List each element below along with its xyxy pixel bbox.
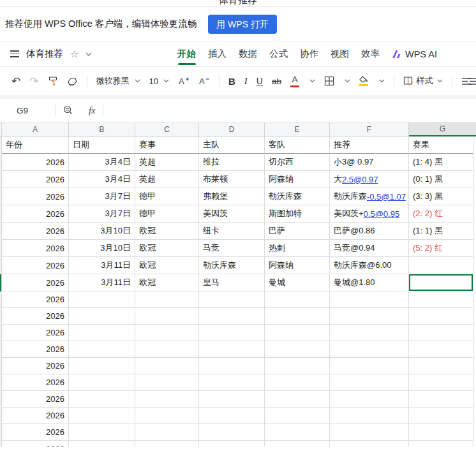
cell-G7[interactable]: (5: 2) 红 [409,240,473,257]
tab-1[interactable]: 开始 [177,48,196,60]
title-chevron-down-icon[interactable] [86,52,92,56]
align-center-icon[interactable] [468,77,476,85]
cell-B6[interactable]: 3月10日 [69,223,135,240]
cell-D2[interactable]: 维拉 [199,154,265,171]
cell-G15[interactable] [409,374,473,391]
insert-function-icon[interactable]: fx [89,105,95,116]
column-header-E[interactable]: E [265,122,330,136]
cell-C10[interactable] [135,291,199,308]
cell-E6[interactable]: 巴萨 [265,223,330,240]
cell-A7[interactable]: 2026 [2,240,69,257]
cell-C2[interactable]: 英超 [135,154,199,171]
cell-B2[interactable]: 3月4日 [69,154,135,171]
cell-G13[interactable] [409,341,473,358]
clear-format-eraser-icon[interactable] [67,77,78,86]
cell-E10[interactable] [265,291,330,308]
cell-D11[interactable] [199,308,265,325]
cell-F4[interactable]: 勒沃库森-0.5@1.07 [330,188,409,205]
cell-D9[interactable]: 皇马 [199,274,265,291]
cell-A8[interactable]: 2026 [2,257,69,274]
cell-B4[interactable]: 3月7日 [69,188,135,205]
fill-color-chevron-icon[interactable] [379,79,385,83]
column-header-F[interactable]: F [330,122,409,136]
cell-G2[interactable]: (1: 4) 黑 [409,154,473,171]
strikethrough-button[interactable]: ab [272,77,281,86]
column-header-B[interactable]: B [69,122,135,136]
cell-D18[interactable] [199,424,265,441]
cell-F19[interactable] [330,441,409,446]
tip-link[interactable]: -0.5@1.07 [367,192,406,202]
cell-C9[interactable]: 欧冠 [135,274,199,291]
cell-F2[interactable]: 小3@ 0.97 [330,154,409,171]
font-family-select[interactable]: 微软雅黑 [96,75,140,87]
cell-F9[interactable]: 曼城@1.80 [330,274,409,291]
cell-C6[interactable]: 欧冠 [135,223,199,240]
cell-D7[interactable]: 马竞 [199,240,265,257]
selected-cell-G9[interactable] [409,274,473,291]
tip-link[interactable]: 0.5@0.95 [364,209,400,219]
cell-E7[interactable]: 热刺 [265,240,330,257]
cell-G11[interactable] [409,308,473,325]
cell-C16[interactable] [135,391,199,408]
cell-G4[interactable]: (3: 3) 黑 [409,188,473,205]
cell-C8[interactable]: 欧冠 [135,257,199,274]
cell-E19[interactable] [265,441,330,446]
cell-E18[interactable] [265,424,330,441]
cell-B7[interactable]: 3月10日 [69,240,135,257]
cell-C15[interactable] [135,374,199,391]
cell-F1[interactable]: 推荐 [330,136,409,154]
cell-A9[interactable]: 2026 [2,274,69,291]
cell-F12[interactable] [330,325,409,341]
cell-A10[interactable]: 2026 [2,291,69,308]
cell-G19[interactable] [409,441,473,446]
cell-C12[interactable] [135,325,199,341]
cell-G14[interactable] [409,358,473,374]
cell-D6[interactable]: 纽卡 [199,223,265,240]
cell-F5[interactable]: 美因茨+0.5@0.95 [330,205,409,223]
redo-icon[interactable]: ↷ [29,76,38,87]
cell-C5[interactable]: 德甲 [135,205,199,223]
tab-4[interactable]: 公式 [269,48,288,60]
cell-B15[interactable] [69,374,135,391]
cell-B1[interactable]: 日期 [69,136,135,154]
cell-E5[interactable]: 斯图加特 [265,205,330,223]
cell-C1[interactable]: 赛事 [135,136,199,154]
cell-C13[interactable] [135,341,199,358]
cell-F14[interactable] [330,358,409,374]
cell-B5[interactable]: 3月7日 [69,205,135,223]
cell-B12[interactable] [69,325,135,341]
cell-E2[interactable]: 切尔西 [265,154,330,171]
format-painter-icon[interactable] [48,76,58,86]
lookup-magnifier-icon[interactable] [63,105,73,115]
cell-D10[interactable] [199,291,265,308]
cell-E15[interactable] [265,374,330,391]
increase-font-size-icon[interactable]: A [178,76,190,86]
cell-A2[interactable]: 2026 [2,154,69,171]
cell-A11[interactable]: 2026 [2,308,69,325]
cell-F11[interactable] [330,308,409,325]
cell-F15[interactable] [330,374,409,391]
cell-B10[interactable] [69,291,135,308]
formula-input[interactable] [103,99,476,122]
open-in-wps-button[interactable]: 用 WPS 打开 [208,15,277,34]
cell-E14[interactable] [265,358,330,374]
cell-B19[interactable] [69,441,135,446]
cell-F17[interactable] [330,408,409,424]
cell-A12[interactable]: 2026 [2,325,69,341]
cell-D14[interactable] [199,358,265,374]
cell-B9[interactable]: 3月11日 [69,274,135,291]
cell-E13[interactable] [265,341,330,358]
cell-D3[interactable]: 布莱顿 [199,171,265,188]
cell-B8[interactable]: 3月11日 [69,257,135,274]
cell-E8[interactable]: 阿森纳 [265,257,330,274]
cell-F6[interactable]: 巴萨@0.86 [330,223,409,240]
cell-C14[interactable] [135,358,199,374]
cell-A18[interactable]: 2026 [2,424,69,441]
cell-D5[interactable]: 美因茨 [199,205,265,223]
cell-D13[interactable] [199,341,265,358]
cell-G18[interactable] [409,424,473,441]
cell-A16[interactable]: 2026 [2,391,69,408]
undo-icon[interactable]: ↶ [11,76,20,87]
cell-styles-button[interactable]: 样式 [403,75,443,87]
cell-C4[interactable]: 德甲 [135,188,199,205]
